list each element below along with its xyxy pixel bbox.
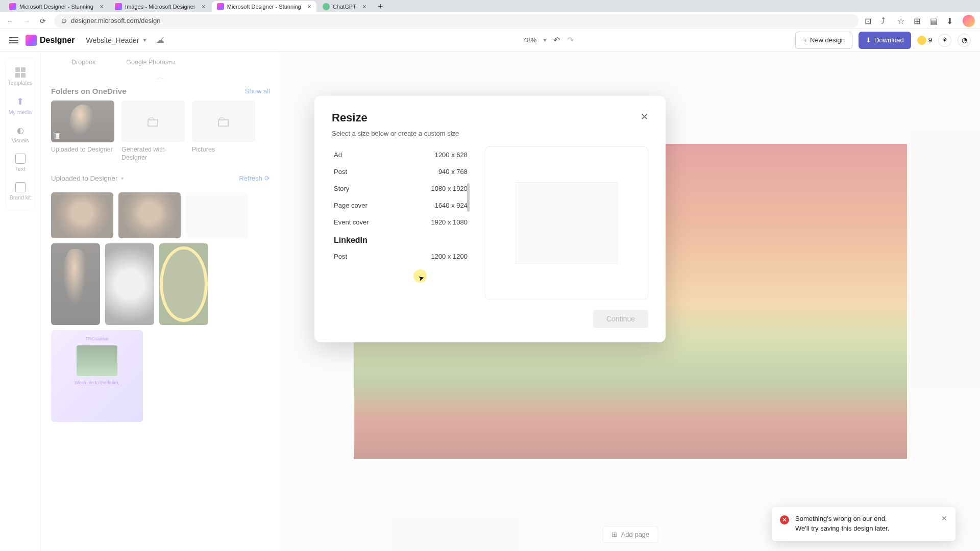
continue-button: Continue (593, 310, 648, 328)
browser-tab[interactable]: Images - Microsoft Designer× (110, 1, 211, 12)
account-icon[interactable]: ◔ (958, 34, 971, 47)
size-option[interactable]: Story1080 x 1920 (332, 180, 470, 197)
credit-count: 9 (928, 36, 932, 44)
browser-chrome: Microsoft Designer - Stunning× Images - … (0, 0, 980, 29)
size-option[interactable]: Page cover1640 x 924 (332, 197, 470, 214)
app-logo[interactable]: Designer (26, 35, 75, 46)
tab-title: ChatGPT (333, 4, 356, 10)
downloads-icon[interactable]: ⬇ (946, 16, 955, 26)
favicon-chatgpt (323, 3, 330, 10)
favicon-designer (115, 3, 122, 10)
error-icon: ✕ (780, 515, 789, 524)
size-group-linkedin: LinkedIn (332, 231, 470, 248)
back-icon[interactable]: ← (5, 16, 15, 26)
resize-preview (485, 146, 648, 299)
install-icon[interactable]: ⊡ (865, 16, 874, 26)
new-tab-button[interactable]: + (373, 2, 388, 12)
url-input[interactable]: ⊙designer.microsoft.com/design (54, 14, 859, 28)
favicon-designer (9, 3, 16, 10)
error-toast: ✕ Something's wrong on our end.We'll try… (772, 507, 955, 541)
new-design-button[interactable]: +New design (795, 32, 852, 49)
size-option[interactable]: Ad1200 x 628 (332, 146, 470, 163)
favicon-designer (217, 3, 224, 10)
credits-badge[interactable]: 9 (917, 36, 932, 45)
chevron-down-icon: ▾ (143, 37, 146, 43)
preview-placeholder (516, 182, 618, 264)
size-option[interactable]: Post940 x 768 (332, 163, 470, 180)
share-icon[interactable]: ⚘ (938, 34, 951, 47)
close-icon[interactable]: × (202, 3, 206, 11)
share-icon[interactable]: ⤴ (881, 16, 890, 26)
close-icon[interactable]: × (100, 3, 104, 11)
toast-message: Something's wrong on our end.We'll try s… (795, 514, 935, 534)
url-text: designer.microsoft.com/design (71, 17, 161, 24)
browser-tab[interactable]: ChatGPT× (317, 1, 372, 12)
forward-icon[interactable]: → (21, 16, 32, 26)
sync-status-icon: ☁̸ (156, 35, 164, 45)
tab-bar: Microsoft Designer - Stunning× Images - … (0, 0, 980, 12)
redo-icon[interactable]: ↷ (567, 35, 574, 45)
size-option[interactable]: Post1200 x 1200 (332, 248, 470, 265)
tab-title: Images - Microsoft Designer (125, 4, 195, 10)
browser-tab-active[interactable]: Microsoft Designer - Stunning× (212, 1, 316, 12)
profile-avatar[interactable] (963, 15, 975, 27)
tab-title: Microsoft Designer - Stunning (19, 4, 93, 10)
zoom-level[interactable]: 48% (523, 36, 536, 44)
resize-modal: Resize ✕ Select a size below or create a… (314, 96, 666, 342)
brand-name: Designer (40, 36, 75, 45)
tab-title: Microsoft Designer - Stunning (227, 4, 301, 10)
browser-tab[interactable]: Microsoft Designer - Stunning× (4, 1, 109, 12)
project-title: Website_Header (86, 36, 139, 44)
plus-icon: + (803, 36, 807, 44)
size-option[interactable]: Event cover1920 x 1080 (332, 214, 470, 231)
modal-subtitle: Select a size below or create a custom s… (332, 130, 648, 137)
button-label: New design (810, 36, 845, 44)
button-label: Download (874, 36, 904, 44)
size-list[interactable]: Ad1200 x 628 Post940 x 768 Story1080 x 1… (332, 146, 470, 289)
modal-title: Resize (332, 111, 368, 124)
project-name[interactable]: Website_Header▾ (86, 36, 145, 44)
extensions-icon[interactable]: ⊞ (914, 16, 923, 26)
bookmark-icon[interactable]: ☆ (897, 16, 906, 26)
undo-icon[interactable]: ↶ (553, 35, 560, 45)
download-icon: ⬇ (866, 36, 871, 44)
download-button[interactable]: ⬇Download (859, 32, 911, 49)
close-icon[interactable]: ✕ (941, 514, 947, 522)
logo-mark-icon (26, 35, 37, 46)
reload-icon[interactable]: ⟳ (38, 16, 48, 26)
close-icon[interactable]: × (307, 3, 311, 11)
close-icon[interactable]: × (362, 3, 366, 11)
address-bar: ← → ⟳ ⊙designer.microsoft.com/design ⊡ ⤴… (0, 12, 980, 29)
scrollbar-thumb[interactable] (467, 183, 470, 212)
credit-icon (917, 36, 926, 45)
close-icon[interactable]: ✕ (641, 111, 648, 122)
chevron-down-icon[interactable]: ▾ (544, 37, 546, 43)
menu-icon[interactable] (9, 37, 18, 43)
app-header: Designer Website_Header▾ ☁̸ 48%▾ ↶ ↷ +Ne… (0, 29, 980, 52)
bookmarks-icon[interactable]: ▤ (930, 16, 939, 26)
